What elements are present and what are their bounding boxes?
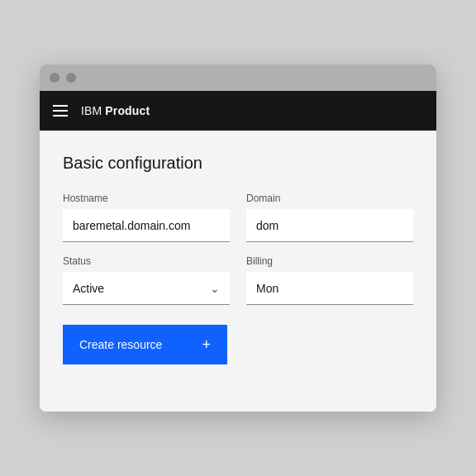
chevron-down-icon: ⌄ xyxy=(200,282,230,295)
billing-group: Billing Mon xyxy=(246,255,413,305)
status-group: Status Active ⌄ xyxy=(63,255,230,305)
page-title: Basic configuration xyxy=(63,154,413,173)
browser-dot-2 xyxy=(66,73,76,83)
app-title: IBM Product xyxy=(81,104,150,117)
billing-value: Mon xyxy=(246,282,413,295)
app-header: IBM Product xyxy=(40,91,436,131)
plus-icon: + xyxy=(202,336,211,354)
billing-select[interactable]: Mon xyxy=(246,272,413,305)
app-name-regular: IBM xyxy=(81,104,105,117)
app-name-bold: Product xyxy=(105,104,150,117)
status-value: Active xyxy=(63,282,200,295)
domain-input[interactable] xyxy=(246,209,413,242)
hamburger-menu-icon[interactable] xyxy=(53,105,68,117)
domain-label: Domain xyxy=(246,193,413,204)
form-grid: Hostname Domain Status Active ⌄ Billing xyxy=(63,193,413,305)
create-resource-button[interactable]: Create resource + xyxy=(63,325,227,364)
hostname-input[interactable] xyxy=(63,209,230,242)
button-row: Create resource + xyxy=(63,325,413,364)
hostname-label: Hostname xyxy=(63,193,230,204)
browser-chrome xyxy=(40,64,436,91)
browser-window: IBM Product Basic configuration Hostname… xyxy=(40,64,436,412)
domain-group: Domain xyxy=(246,193,413,242)
billing-label: Billing xyxy=(246,255,413,267)
status-label: Status xyxy=(63,255,230,267)
hostname-group: Hostname xyxy=(63,193,230,242)
create-resource-label: Create resource xyxy=(79,338,162,351)
browser-dot-1 xyxy=(50,73,60,83)
app-content: Basic configuration Hostname Domain Stat… xyxy=(40,131,436,412)
status-select[interactable]: Active ⌄ xyxy=(63,272,230,305)
